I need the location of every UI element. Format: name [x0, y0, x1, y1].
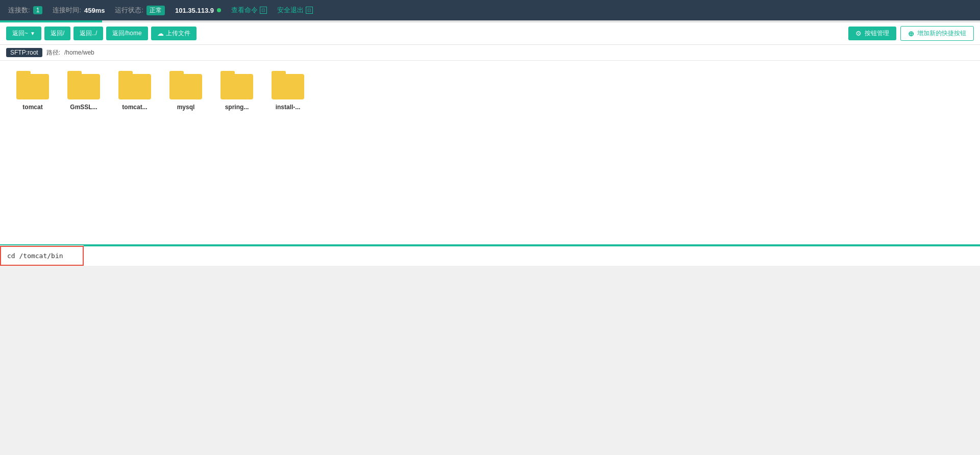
add-shortcut-label: 增加新的快捷按钮 — [917, 29, 966, 38]
breadcrumb-bar: SFTP:root 路径: /home/web — [0, 45, 980, 61]
ip-info: 101.35.113.9 — [175, 7, 221, 14]
command-line-rest — [84, 245, 980, 266]
back-parent-button[interactable]: 返回../ — [74, 27, 103, 40]
folder-icon — [272, 71, 304, 99]
folder-label: spring... — [225, 104, 249, 111]
gear-icon: ⚙ — [855, 30, 862, 37]
command-input-wrapper — [0, 246, 84, 266]
folder-icon — [67, 71, 100, 99]
back-tilde-button[interactable]: 返回~ ▼ — [6, 27, 41, 40]
back-home-button[interactable]: 返回/home — [106, 27, 148, 40]
folder-icon — [220, 71, 253, 99]
file-browser: tomcat GmSSL... tomcat... mysql spring..… — [0, 61, 980, 244]
connection-time-value: 459ms — [84, 7, 105, 14]
back-tilde-label: 返回~ — [12, 29, 28, 38]
folder-label: tomcat... — [122, 104, 147, 111]
view-command-link[interactable]: 查看命令 ⊡ — [231, 6, 267, 15]
folder-item[interactable]: tomcat — [12, 71, 53, 111]
add-shortcut-button[interactable]: ⊕ 增加新的快捷按钮 — [900, 26, 974, 41]
folder-label: tomcat — [22, 104, 42, 111]
sftp-badge: SFTP:root — [6, 48, 42, 57]
progress-bar — [0, 20, 980, 22]
safe-exit-link[interactable]: 安全退出 ⊡ — [277, 6, 313, 15]
ip-address: 101.35.113.9 — [175, 7, 214, 14]
safe-exit-icon: ⊡ — [306, 7, 313, 14]
plus-icon: ⊕ — [908, 30, 914, 38]
back-home-label: 返回/home — [112, 29, 141, 38]
toolbar: 返回~ ▼ 返回/ 返回../ 返回/home ☁ 上传文件 ⚙ 按钮管理 ⊕ … — [0, 22, 980, 45]
folder-item[interactable]: mysql — [165, 71, 206, 111]
upload-cloud-icon: ☁ — [157, 30, 164, 37]
toolbar-right: ⚙ 按钮管理 ⊕ 增加新的快捷按钮 — [848, 26, 974, 41]
toolbar-left: 返回~ ▼ 返回/ 返回../ 返回/home ☁ 上传文件 — [6, 27, 197, 40]
folder-icon — [16, 71, 49, 99]
view-command-icon: ⊡ — [260, 7, 267, 14]
folder-item[interactable]: tomcat... — [114, 71, 155, 111]
path-value: /home/web — [64, 49, 94, 56]
command-area — [0, 244, 980, 266]
folder-icon — [118, 71, 151, 99]
folder-label: mysql — [177, 104, 195, 111]
folder-label: GmSSL... — [70, 104, 97, 111]
folder-item[interactable]: spring... — [216, 71, 257, 111]
status-dot-icon — [217, 8, 221, 12]
run-status-label: 运行状态: — [115, 6, 143, 15]
run-status-value: 正常 — [146, 6, 165, 15]
manage-button[interactable]: ⚙ 按钮管理 — [848, 27, 896, 40]
connection-time-label: 连接时间: — [53, 6, 81, 15]
back-root-label: 返回/ — [51, 29, 64, 38]
manage-label: 按钮管理 — [865, 29, 889, 38]
view-command-label: 查看命令 — [231, 6, 258, 15]
back-root-button[interactable]: 返回/ — [44, 27, 70, 40]
header-bar: 连接数: 1 连接时间: 459ms 运行状态: 正常 101.35.113.9… — [0, 0, 980, 20]
back-parent-label: 返回../ — [80, 29, 97, 38]
folder-icon — [169, 71, 202, 99]
connections-value: 1 — [33, 6, 43, 14]
folder-item[interactable]: install-... — [267, 71, 308, 111]
run-status-info: 运行状态: 正常 — [115, 6, 165, 15]
connection-time-info: 连接时间: 459ms — [53, 6, 105, 15]
folder-label: install-... — [276, 104, 301, 111]
safe-exit-label: 安全退出 — [277, 6, 304, 15]
connections-info: 连接数: 1 — [8, 6, 42, 15]
dropdown-icon: ▼ — [30, 31, 35, 36]
progress-fill — [0, 20, 102, 22]
path-label: 路径: — [46, 48, 60, 57]
upload-button[interactable]: ☁ 上传文件 — [151, 27, 197, 40]
command-input[interactable] — [1, 247, 83, 265]
upload-label: 上传文件 — [166, 29, 190, 38]
folder-item[interactable]: GmSSL... — [63, 71, 104, 111]
connections-label: 连接数: — [8, 6, 30, 15]
